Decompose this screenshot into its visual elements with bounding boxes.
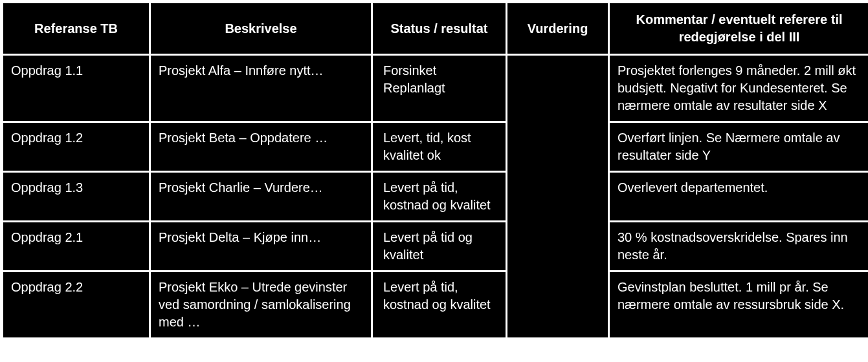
table-row: Oppdrag 2.2 Prosjekt Ekko – Utrede gevin… [3, 272, 868, 337]
cell-kommentar: Gevinstplan besluttet. 1 mill pr år. Se … [610, 272, 868, 337]
cell-beskrivelse: Prosjekt Charlie – Vurdere… [151, 173, 371, 220]
cell-referanse: Oppdrag 1.1 [3, 56, 149, 121]
cell-referanse: Oppdrag 2.1 [3, 222, 149, 270]
header-kommentar: Kommentar / eventuelt referere til redeg… [610, 3, 868, 54]
cell-beskrivelse: Prosjekt Beta – Oppdatere … [151, 123, 371, 171]
cell-status: Levert, tid, kost kvalitet ok [373, 123, 506, 171]
cell-referanse: Oppdrag 2.2 [3, 272, 149, 337]
table-row: Oppdrag 1.1 Prosjekt Alfa – Innføre nytt… [3, 56, 868, 121]
table-row: Oppdrag 2.1 Prosjekt Delta – Kjøpe inn… … [3, 222, 868, 270]
header-beskrivelse: Beskrivelse [151, 3, 371, 54]
cell-kommentar: Overført linjen. Se Nærmere omtale av re… [610, 123, 868, 171]
cell-referanse: Oppdrag 1.3 [3, 173, 149, 220]
cell-beskrivelse: Prosjekt Delta – Kjøpe inn… [151, 222, 371, 270]
assignments-table: Referanse TB Beskrivelse Status / result… [1, 1, 868, 339]
cell-vurdering-merged [507, 56, 608, 337]
cell-status: Levert på tid, kostnad og kvalitet [373, 272, 506, 337]
table-row: Oppdrag 1.2 Prosjekt Beta – Oppdatere … … [3, 123, 868, 171]
header-vurdering: Vurdering [507, 3, 608, 54]
cell-kommentar: Overlevert departementet. [610, 173, 868, 220]
cell-status: Levert på tid og kvalitet [373, 222, 506, 270]
header-status: Status / resultat [373, 3, 506, 54]
cell-kommentar: Prosjektet forlenges 9 måneder. 2 mill ø… [610, 56, 868, 121]
cell-referanse: Oppdrag 1.2 [3, 123, 149, 171]
table-row: Oppdrag 1.3 Prosjekt Charlie – Vurdere… … [3, 173, 868, 220]
header-referanse: Referanse TB [3, 3, 149, 54]
cell-status: Levert på tid, kostnad og kvalitet [373, 173, 506, 220]
cell-status: Forsinket Replanlagt [373, 56, 506, 121]
table-header-row: Referanse TB Beskrivelse Status / result… [3, 3, 868, 54]
cell-kommentar: 30 % kostnadsoverskridelse. Spares inn n… [610, 222, 868, 270]
cell-beskrivelse: Prosjekt Ekko – Utrede gevinster ved sam… [151, 272, 371, 337]
cell-beskrivelse: Prosjekt Alfa – Innføre nytt… [151, 56, 371, 121]
